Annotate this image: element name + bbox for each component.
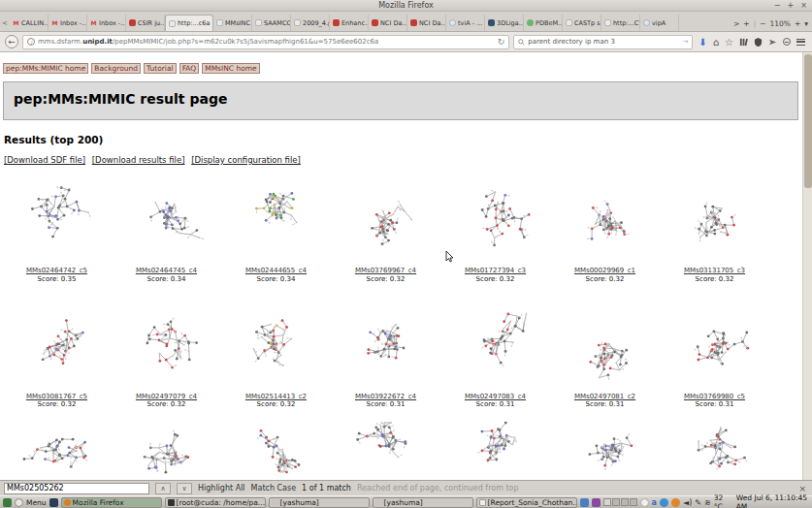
match-case-toggle[interactable]: Match Case <box>251 484 297 492</box>
tab-nci-1[interactable]: NCI Da... <box>369 15 407 31</box>
zoom-level[interactable]: 110% <box>769 19 790 28</box>
tab-csir[interactable]: CSIR ju... <box>126 15 165 31</box>
nav-link-faq[interactable]: FAQ <box>179 63 200 74</box>
shield-icon[interactable] <box>754 38 763 47</box>
tab-ctive[interactable]: http:...CTIVE <box>601 15 640 31</box>
downloads-icon[interactable]: ⬇ <box>698 37 706 48</box>
pinned-app-icon[interactable] <box>49 498 58 507</box>
molecule-structure-image[interactable] <box>665 170 765 267</box>
molecule-structure-image[interactable] <box>116 170 217 267</box>
molecule-link[interactable]: MMs02464742_c5 <box>2 267 112 275</box>
back-button[interactable]: ← <box>5 35 18 48</box>
library-icon[interactable] <box>739 38 748 47</box>
nav-link-mmsinc[interactable]: MMsINC home <box>202 63 260 74</box>
window-titlebar[interactable]: Mozilla Firefox − + × <box>0 0 812 12</box>
molecule-structure-image[interactable] <box>665 419 765 480</box>
molecule-structure-image[interactable] <box>555 419 656 480</box>
download-results-link[interactable]: [Download results file] <box>92 155 185 165</box>
molecule-link[interactable]: MMs02464745_c4 <box>112 267 221 275</box>
molecule-structure-image[interactable] <box>226 170 327 267</box>
molecule-link[interactable]: MMs02444655_c4 <box>221 267 331 275</box>
tray-browser-icon[interactable]: a <box>652 498 657 507</box>
molecule-structure-image[interactable] <box>226 296 327 393</box>
reload-icon[interactable]: ↻ <box>498 37 505 47</box>
molecule-structure-image[interactable] <box>7 296 108 393</box>
url-bar[interactable]: i mms.dsfarm.unipd.it/pepMMsMIMIC/job.ph… <box>22 35 509 49</box>
taskbar-window-yashuma-1[interactable]: [yashuma] <box>269 497 370 508</box>
tab-active-result-page[interactable]: http:...c6a× <box>165 15 213 31</box>
molecule-link[interactable]: MMs03769967_c4 <box>331 267 440 275</box>
menu-button[interactable]: Menu <box>26 498 47 507</box>
molecule-link[interactable]: MMs02497079_c4 <box>112 393 221 401</box>
molecule-structure-image[interactable] <box>445 296 546 393</box>
tray-monitor-icon[interactable] <box>580 498 589 507</box>
site-info-icon[interactable]: i <box>27 38 35 46</box>
tab-callin[interactable]: MCALLIN... <box>10 15 49 31</box>
tray-update-icon[interactable] <box>671 498 680 507</box>
molecule-link[interactable]: MMs02497083_c4 <box>440 393 550 401</box>
molecule-link[interactable]: MMs03131705_c3 <box>660 267 769 275</box>
download-sdf-link[interactable]: [Download SDF file] <box>4 155 85 165</box>
home-icon[interactable]: ⌂ <box>713 37 719 48</box>
tab-scroll-left-button[interactable]: < <box>0 19 10 31</box>
tab-saamco[interactable]: SAAMCO_... <box>252 15 291 31</box>
screenshot-icon[interactable] <box>783 38 791 46</box>
tab-mmsinc[interactable]: MMsINC D... <box>213 15 252 31</box>
tablet-pen-icon[interactable]: ✎ <box>695 498 701 507</box>
clock[interactable]: Wed Jul 6, 11:10:45 AM <box>736 493 809 508</box>
find-next-button[interactable]: ∨ <box>177 483 192 494</box>
search-go-icon[interactable]: → <box>682 38 688 46</box>
molecule-link[interactable]: MMs02497081_c2 <box>550 393 660 401</box>
tray-network-globe-icon[interactable] <box>660 498 668 507</box>
find-close-icon[interactable]: × <box>798 484 808 493</box>
search-input[interactable]: parent directory ip man 3 → <box>513 35 693 49</box>
taskbar-window-yashuma-2[interactable]: [yashuma] <box>373 497 473 508</box>
molecule-structure-image[interactable] <box>7 419 108 480</box>
tab-pdf[interactable]: 2009_4.pdf <box>291 15 330 31</box>
tab-pdbem[interactable]: PDBeM... <box>524 15 563 31</box>
maximize-button[interactable]: + <box>788 0 795 12</box>
molecule-structure-image[interactable] <box>336 419 437 480</box>
scrollbar-thumb[interactable] <box>804 54 812 188</box>
nav-link-background[interactable]: Background <box>91 63 141 74</box>
molecule-link[interactable]: MMs01727394_c3 <box>440 267 550 275</box>
bookmark-star-icon[interactable]: ☆ <box>725 37 733 48</box>
molecule-structure-image[interactable] <box>336 170 437 267</box>
find-previous-button[interactable]: ∧ <box>155 483 171 494</box>
app-launcher-icon[interactable] <box>3 498 12 507</box>
close-button[interactable]: × <box>800 0 807 12</box>
molecule-link[interactable]: MMs03922672_c4 <box>331 393 440 401</box>
molecule-structure-image[interactable] <box>665 296 765 393</box>
tab-vipa[interactable]: vipA <box>640 15 679 31</box>
molecule-link[interactable]: MMs03081767_c5 <box>2 393 112 401</box>
tab-nci-2[interactable]: NCI Da... <box>407 15 446 31</box>
show-desktop-icon[interactable] <box>15 498 23 507</box>
workspace-pager[interactable] <box>603 498 637 506</box>
zoom-in-button[interactable]: + <box>795 19 800 28</box>
tray-media-icon[interactable] <box>592 498 601 507</box>
tab-inbox-2[interactable]: MInbox -... <box>87 15 126 31</box>
taskbar-window-firefox[interactable]: Mozilla Firefox <box>61 497 162 508</box>
new-tab-button[interactable]: + <box>743 19 749 28</box>
molecule-structure-image[interactable] <box>555 296 656 393</box>
tab-castp[interactable]: CASTp ser... <box>563 15 601 31</box>
minimize-button[interactable]: − <box>774 0 781 12</box>
molecule-structure-image[interactable] <box>226 419 327 480</box>
display-config-link[interactable]: [Display configuration file] <box>191 155 301 165</box>
nav-link-tutorial[interactable]: Tutorial <box>144 63 177 74</box>
find-input[interactable] <box>4 483 149 494</box>
menu-icon[interactable] <box>796 39 805 46</box>
molecule-link[interactable]: MMs02514413_c2 <box>221 393 331 401</box>
tray-notes-icon[interactable] <box>640 498 649 507</box>
list-tabs-button[interactable]: ▾ <box>804 19 808 28</box>
tab-inbox-1[interactable]: MInbox -... <box>49 15 87 31</box>
pocket-icon[interactable] <box>768 38 777 47</box>
molecule-structure-image[interactable] <box>116 419 217 480</box>
molecule-structure-image[interactable] <box>555 170 656 267</box>
tab-tvia[interactable]: tviA - ... <box>446 15 485 31</box>
molecule-structure-image[interactable] <box>336 296 437 393</box>
taskbar-window-report[interactable]: [Report_Sonia_Chothan... <box>476 497 577 508</box>
molecule-structure-image[interactable] <box>445 170 546 267</box>
tab-3dliga[interactable]: 3DLiga... <box>485 15 524 31</box>
molecule-structure-image[interactable] <box>116 296 217 393</box>
